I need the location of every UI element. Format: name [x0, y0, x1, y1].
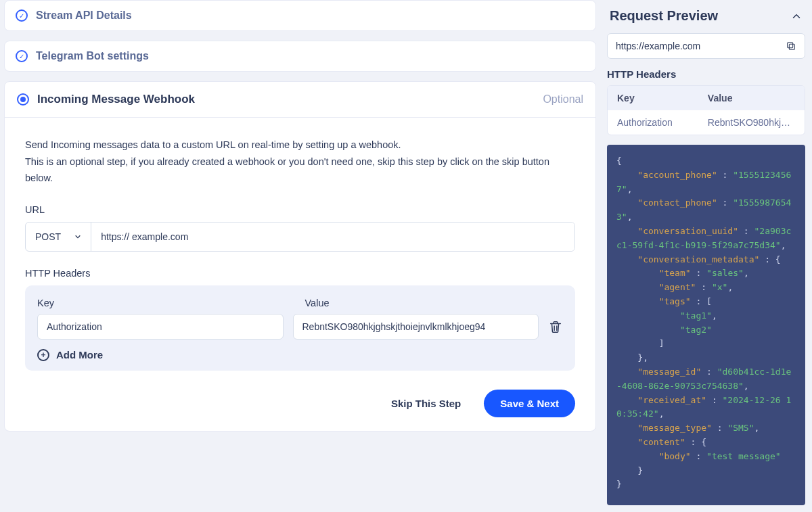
- copy-icon[interactable]: [786, 41, 796, 51]
- side-panel: Request Preview https://example.com HTTP…: [600, 0, 812, 512]
- section-title: Stream API Details: [36, 9, 132, 22]
- add-more-label: Add More: [56, 349, 103, 360]
- desc-line-2: This is an optional step, if you already…: [25, 156, 549, 184]
- header-value-input[interactable]: [293, 314, 539, 340]
- plus-icon: +: [37, 349, 49, 361]
- row-value: RebntSKO980hkj…: [698, 110, 805, 135]
- add-more-button[interactable]: + Add More: [37, 349, 563, 361]
- th-key: Key: [608, 86, 698, 110]
- table-row: Authorization RebntSKO980hkj…: [608, 110, 805, 135]
- skip-button[interactable]: Skip This Step: [375, 390, 477, 417]
- preview-headers-label: HTTP Headers: [607, 68, 805, 80]
- value-label: Value: [305, 298, 564, 308]
- trash-icon[interactable]: [548, 319, 563, 334]
- section-telegram-bot[interactable]: ✓ Telegram Bot settings: [4, 41, 596, 72]
- check-icon: ✓: [16, 9, 28, 22]
- svg-rect-1: [788, 43, 793, 48]
- optional-tag: Optional: [543, 93, 583, 106]
- radio-icon[interactable]: [17, 93, 29, 106]
- desc-line-1: Send Incoming messages data to a custom …: [25, 139, 401, 150]
- description: Send Incoming messages data to a custom …: [25, 137, 575, 187]
- section-webhook: Incoming Message Webhook Optional Send I…: [4, 81, 596, 432]
- key-label: Key: [37, 298, 296, 308]
- preview-url-box: https://example.com: [607, 33, 805, 59]
- preview-headers-table: Key Value Authorization RebntSKO980hkj…: [607, 85, 805, 135]
- json-preview[interactable]: { "account_phone" : "15551234567", "cont…: [607, 145, 805, 505]
- save-button[interactable]: Save & Next: [484, 390, 575, 417]
- chevron-down-icon: [74, 233, 81, 240]
- headers-label: HTTP Headers: [25, 268, 575, 279]
- svg-rect-0: [789, 44, 794, 49]
- header-key-input[interactable]: [37, 314, 284, 340]
- section-title: Incoming Message Webhook: [37, 93, 195, 106]
- chevron-up-icon[interactable]: [790, 10, 803, 22]
- section-title: Telegram Bot settings: [36, 50, 149, 62]
- url-row: POST: [25, 222, 575, 252]
- check-icon: ✓: [16, 50, 28, 62]
- preview-title: Request Preview: [610, 8, 718, 24]
- url-input[interactable]: [91, 223, 574, 251]
- method-select[interactable]: POST: [26, 223, 91, 251]
- th-value: Value: [698, 86, 805, 110]
- main-column: ✓ Stream API Details ✓ Telegram Bot sett…: [0, 0, 600, 512]
- row-key: Authorization: [608, 110, 698, 135]
- preview-url: https://example.com: [616, 41, 700, 51]
- method-value: POST: [35, 231, 61, 242]
- section-stream-api[interactable]: ✓ Stream API Details: [4, 0, 596, 31]
- headers-block: Key Value + Add More: [25, 285, 575, 371]
- url-label: URL: [25, 204, 575, 215]
